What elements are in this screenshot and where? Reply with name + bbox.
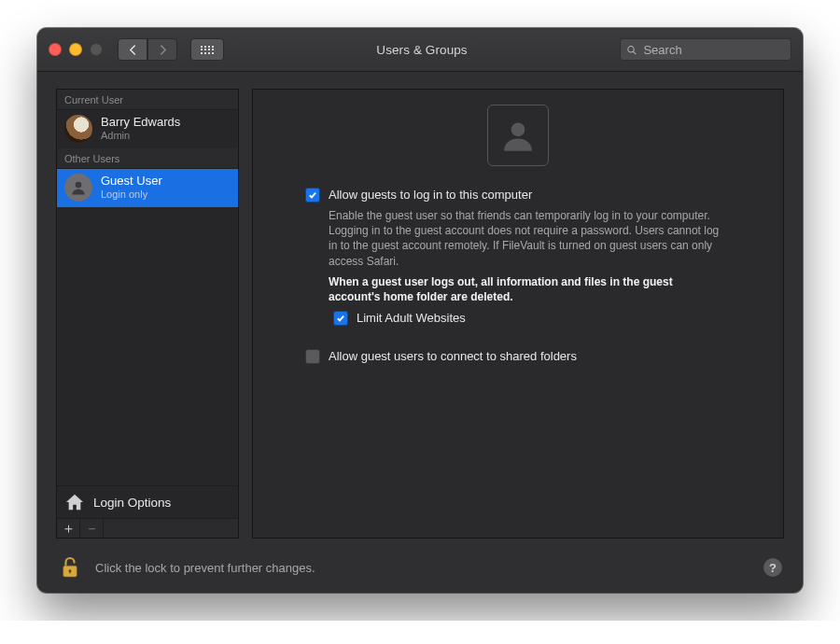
user-text: Barry Edwards Admin	[101, 116, 180, 142]
window-title: Users & Groups	[231, 43, 612, 57]
allow-guests-warning: When a guest user logs out, all informat…	[329, 274, 721, 304]
house-icon	[64, 493, 85, 511]
svg-rect-7	[69, 571, 70, 574]
back-button[interactable]	[118, 38, 147, 61]
add-remove-bar: ＋ －	[57, 518, 238, 538]
person-icon	[69, 178, 88, 197]
remove-user-button: －	[80, 519, 104, 538]
help-button[interactable]: ?	[763, 558, 782, 577]
sidebar-user-current[interactable]: Barry Edwards Admin	[57, 110, 238, 148]
allow-guests-checkbox[interactable]	[305, 188, 320, 203]
section-header-current: Current User	[57, 90, 238, 110]
guest-user-panel: Allow guests to log in to this computer …	[252, 89, 784, 539]
guest-avatar-icon	[64, 174, 92, 202]
minimize-window-button[interactable]	[69, 43, 82, 56]
window-controls	[49, 43, 103, 56]
user-avatar-icon	[64, 115, 92, 143]
panels: Current User Barry Edwards Admin Other U…	[56, 89, 784, 539]
limit-adult-checkbox[interactable]	[333, 311, 348, 326]
limit-adult-option: Limit Adult Websites	[333, 310, 764, 326]
user-role: Admin	[101, 130, 180, 142]
shared-folders-label: Allow guest users to connect to shared f…	[329, 348, 577, 364]
section-header-other: Other Users	[57, 148, 238, 169]
svg-point-3	[511, 123, 525, 137]
nav-buttons	[118, 38, 177, 61]
search-icon	[626, 44, 637, 56]
search-field[interactable]	[620, 38, 791, 61]
preferences-window: Users & Groups Current User Barry Edward…	[37, 28, 803, 593]
question-mark-icon: ?	[769, 561, 777, 575]
user-text: Guest User Login only	[101, 175, 162, 201]
person-icon	[498, 116, 538, 155]
check-icon	[308, 190, 317, 200]
close-window-button[interactable]	[49, 43, 62, 56]
unlocked-lock-icon	[61, 555, 79, 580]
footer: Click the lock to prevent further change…	[56, 552, 784, 580]
user-name: Barry Edwards	[101, 116, 180, 130]
login-options-label: Login Options	[93, 496, 171, 510]
limit-adult-label: Limit Adult Websites	[357, 310, 466, 326]
sidebar-user-guest[interactable]: Guest User Login only	[57, 169, 238, 207]
check-icon	[336, 314, 345, 323]
user-name: Guest User	[101, 175, 162, 189]
lock-hint-text: Click the lock to prevent further change…	[95, 561, 750, 575]
user-role: Login only	[101, 189, 162, 201]
svg-line-1	[634, 51, 637, 54]
allow-guests-desc: Enable the guest user so that friends ca…	[329, 208, 721, 269]
shared-folders-option: Allow guest users to connect to shared f…	[305, 348, 764, 364]
chevron-left-icon	[129, 45, 137, 55]
allow-guests-option: Allow guests to log in to this computer	[305, 187, 764, 203]
svg-point-2	[76, 182, 82, 189]
search-input[interactable]	[641, 42, 785, 58]
titlebar: Users & Groups	[37, 28, 803, 72]
content-area: Current User Barry Edwards Admin Other U…	[37, 72, 803, 593]
users-sidebar: Current User Barry Edwards Admin Other U…	[56, 89, 239, 539]
forward-button	[147, 38, 177, 61]
grid-icon	[201, 46, 214, 54]
sidebar-spacer	[57, 207, 238, 485]
show-all-button[interactable]	[190, 38, 224, 61]
zoom-window-button	[90, 43, 103, 56]
login-options-button[interactable]: Login Options	[57, 485, 238, 518]
add-user-button[interactable]: ＋	[57, 519, 80, 538]
guest-large-avatar[interactable]	[487, 105, 549, 166]
lock-button[interactable]	[58, 555, 82, 580]
allow-guests-label: Allow guests to log in to this computer	[329, 187, 532, 203]
shared-folders-checkbox[interactable]	[305, 349, 320, 364]
chevron-right-icon	[159, 45, 167, 55]
